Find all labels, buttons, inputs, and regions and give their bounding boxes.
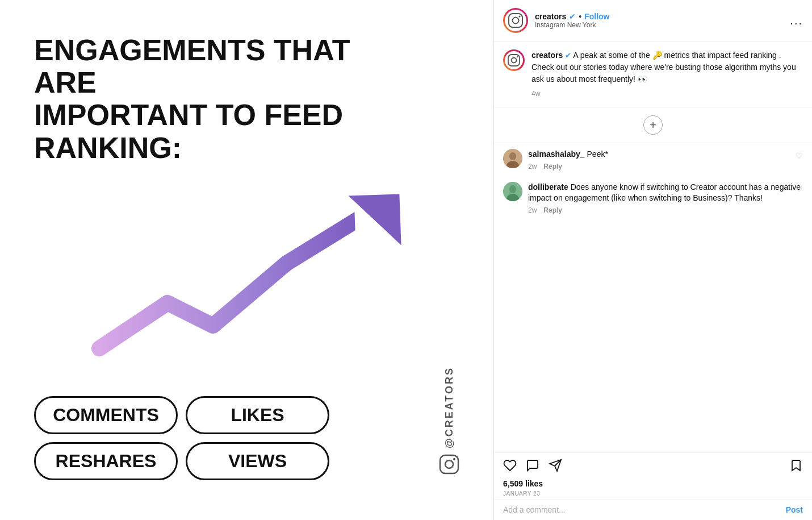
- comment-content-salma: Peek*: [587, 149, 608, 159]
- post-date: JANUARY 23: [503, 490, 803, 497]
- like-button[interactable]: [503, 459, 517, 476]
- comment-item-dolli: dolliberate Does anyone know if switchin…: [494, 176, 812, 220]
- svg-point-3: [445, 460, 453, 468]
- comment-button[interactable]: [526, 459, 539, 476]
- caption-text-area: creators ✔ A peak at some of the 🔑 metri…: [531, 49, 803, 99]
- post-image-panel: ENGAGEMENTS THAT ARE IMPORTANT TO FEED R…: [0, 0, 494, 520]
- post-comment-button[interactable]: Post: [786, 505, 803, 514]
- tag-comments: COMMENTS: [34, 396, 178, 434]
- comment-reply-salma[interactable]: Reply: [543, 163, 562, 170]
- caption-ig-icon: [507, 53, 521, 67]
- caption-avatar-inner: [505, 51, 523, 69]
- follow-button[interactable]: Follow: [584, 12, 609, 21]
- header-avatar-inner: [505, 10, 526, 31]
- comment-input[interactable]: [503, 505, 786, 514]
- svg-point-10: [517, 56, 518, 57]
- chart-container: [34, 164, 459, 396]
- comment-meta-dolli: 2w Reply: [528, 206, 803, 214]
- verified-caption: ✔: [565, 51, 571, 60]
- tag-likes: LIKES: [186, 396, 329, 434]
- trend-chart: [77, 184, 417, 377]
- caption-body: A peak at some of the 🔑 metrics that imp…: [531, 51, 796, 84]
- caption-area: creators ✔ A peak at some of the 🔑 metri…: [494, 41, 812, 107]
- comment-username-salma: salmashalaby_: [528, 149, 585, 159]
- header-location: Instagram New York: [535, 21, 790, 29]
- caption-timestamp: 4w: [531, 89, 803, 99]
- post-header: creators ✔ • Follow Instagram New York .…: [494, 0, 812, 41]
- save-button[interactable]: [789, 459, 803, 476]
- header-username-row: creators ✔ • Follow: [535, 12, 790, 21]
- action-icons: [503, 459, 803, 476]
- svg-point-15: [509, 185, 516, 193]
- post-title: ENGAGEMENTS THAT ARE IMPORTANT TO FEED R…: [34, 34, 403, 164]
- header-username: creators: [535, 12, 566, 21]
- comment-body-salma: salmashalaby_ Peek* 2w Reply: [528, 149, 803, 170]
- svg-rect-8: [508, 55, 520, 66]
- svg-point-7: [519, 16, 521, 18]
- svg-rect-2: [440, 455, 458, 473]
- tag-views: VIEWS: [186, 442, 329, 480]
- comment-body-dolli: dolliberate Does anyone know if switchin…: [528, 182, 803, 214]
- likes-count: 6,509 likes: [503, 479, 803, 488]
- action-bar: 6,509 likes JANUARY 23: [494, 452, 812, 499]
- comment-text-salma: salmashalaby_ Peek*: [528, 149, 803, 160]
- title-line2: IMPORTANT TO FEED RANKING:: [34, 98, 343, 164]
- comment-heart-salma[interactable]: ♡: [796, 151, 803, 160]
- header-ig-icon: [507, 12, 524, 29]
- comment-meta-salma: 2w Reply: [528, 163, 803, 170]
- add-comment-plus-button[interactable]: +: [643, 115, 663, 135]
- comment-avatar-dolli: [503, 182, 522, 201]
- comment-time-dolli: 2w: [528, 206, 537, 214]
- salma-avatar-svg: [503, 149, 522, 168]
- svg-point-6: [513, 18, 519, 24]
- follow-dot: •: [579, 12, 581, 21]
- dolli-avatar-svg: [503, 182, 522, 201]
- comment-heart-dolli[interactable]: ♡: [796, 184, 803, 193]
- watermark-text: @CREATORS: [443, 367, 455, 448]
- comment-reply-dolli[interactable]: Reply: [543, 206, 562, 214]
- watermark-ig-icon: [439, 454, 459, 475]
- comment-avatar-salma: [503, 149, 522, 168]
- engagement-tags: COMMENTS LIKES RESHARES VIEWS: [34, 396, 329, 480]
- svg-point-12: [509, 152, 516, 160]
- comment-text-dolli: dolliberate Does anyone know if switchin…: [528, 182, 803, 204]
- sidebar: creators ✔ • Follow Instagram New York .…: [494, 0, 812, 520]
- caption-avatar-ring: [503, 49, 525, 71]
- more-options-button[interactable]: ...: [790, 14, 803, 27]
- comment-content-dolli: Does anyone know if switching to Creator…: [528, 182, 801, 203]
- caption-username: creators: [531, 51, 563, 60]
- svg-point-4: [453, 458, 455, 460]
- add-comment-divider: +: [494, 107, 812, 143]
- header-info: creators ✔ • Follow Instagram New York: [535, 12, 790, 29]
- title-line1: ENGAGEMENTS THAT ARE: [34, 34, 350, 99]
- watermark: @CREATORS: [439, 367, 459, 475]
- comment-item: salmashalaby_ Peek* 2w Reply ♡: [494, 143, 812, 176]
- svg-rect-5: [509, 14, 522, 27]
- comment-username-dolli: dolliberate: [528, 182, 568, 192]
- add-comment-bar: Post: [494, 499, 812, 520]
- share-button[interactable]: [549, 459, 562, 476]
- comments-section: salmashalaby_ Peek* 2w Reply ♡: [494, 143, 812, 452]
- verified-badge: ✔: [569, 12, 576, 21]
- svg-point-9: [512, 58, 517, 63]
- comment-time-salma: 2w: [528, 163, 537, 170]
- tag-reshares: RESHARES: [34, 442, 178, 480]
- header-avatar-ring: [503, 8, 528, 33]
